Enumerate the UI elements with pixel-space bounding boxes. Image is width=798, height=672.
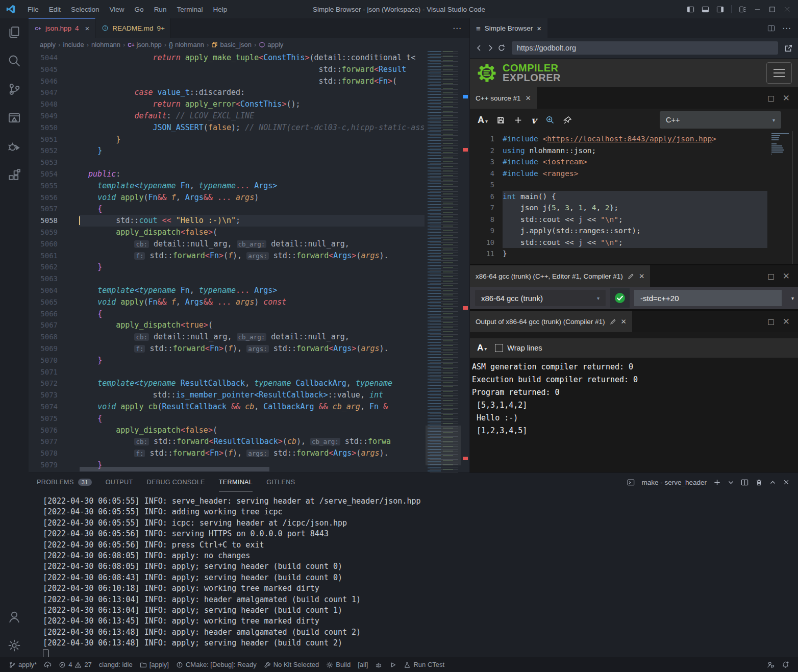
compiler-options-input[interactable]: -std=c++20	[634, 290, 782, 306]
menu-go[interactable]: Go	[130, 6, 149, 13]
toggle-panel-icon[interactable]	[702, 6, 709, 13]
status-item-left-5[interactable]: CMake: [Debug]: Ready	[172, 657, 260, 672]
menu-edit[interactable]: Edit	[44, 6, 66, 13]
status-item-left-4[interactable]: [apply]	[136, 657, 172, 672]
status-item-left-6[interactable]: No Kit Selected	[260, 657, 323, 672]
breadcrumb-item-apply[interactable]: apply	[40, 41, 56, 48]
breadcrumb-item-include[interactable]: include	[63, 41, 84, 48]
close-pane-icon[interactable]: ✕	[783, 93, 790, 104]
close-button[interactable]	[783, 6, 791, 13]
tab-cpp-source[interactable]: C++ source #1 ✕	[470, 87, 537, 109]
open-external-icon[interactable]	[784, 44, 793, 53]
minimize-button[interactable]	[754, 6, 761, 13]
pin-icon[interactable]	[563, 116, 572, 125]
panel-tab-terminal[interactable]: TERMINAL	[219, 473, 253, 491]
forward-icon[interactable]	[486, 44, 494, 52]
minimap[interactable]	[426, 51, 461, 472]
activity-accounts-icon[interactable]	[8, 610, 21, 624]
language-select[interactable]: C++▾	[660, 111, 781, 129]
tab-simple-browser[interactable]: ≡ Simple Browser ×	[470, 18, 547, 38]
minimap-slider[interactable]	[426, 426, 461, 465]
panel-tab-output[interactable]: OUTPUT	[106, 473, 133, 491]
maximize-pane-icon[interactable]: ◻	[767, 316, 775, 327]
terminal-name[interactable]: make - serve_header	[641, 479, 707, 486]
compiler-explorer-logo-icon[interactable]	[476, 62, 497, 84]
maximize-button[interactable]	[768, 6, 776, 13]
menu-selection[interactable]: Selection	[66, 6, 105, 13]
status-item-left-7[interactable]: Build	[322, 657, 354, 672]
font-size-button[interactable]: A▾	[478, 115, 488, 126]
menu-run[interactable]: Run	[149, 6, 172, 13]
tab-output[interactable]: Output of x86-64 gcc (trunk) (Compiler #…	[470, 311, 632, 332]
terminal-dropdown-icon[interactable]	[728, 479, 734, 486]
split-editor-icon[interactable]	[767, 24, 775, 32]
panel-tab-debug-console[interactable]: DEBUG CONSOLE	[147, 473, 205, 491]
activity-run-debug-icon[interactable]	[8, 140, 21, 153]
activity-extensions-icon[interactable]	[8, 168, 21, 182]
activity-files-icon[interactable]	[8, 26, 21, 39]
breadcrumb[interactable]: apply›include›nlohmann›C+json.hpp›{}nloh…	[29, 38, 469, 51]
font-size-button[interactable]: A▾	[477, 343, 487, 353]
edit-title-icon[interactable]	[610, 318, 616, 325]
new-terminal-icon[interactable]	[713, 479, 721, 486]
close-panel-icon[interactable]	[783, 479, 790, 486]
godbolt-source-editor[interactable]: 1#include <https://localhost:8443/apply/…	[470, 131, 798, 264]
kill-terminal-icon[interactable]	[755, 479, 763, 486]
wrap-lines-checkbox[interactable]	[495, 344, 503, 352]
activity-source-control-icon[interactable]	[8, 83, 21, 96]
close-icon[interactable]: ×	[85, 24, 90, 33]
menu-file[interactable]: File	[22, 6, 44, 13]
zoom-search-icon[interactable]	[545, 115, 555, 125]
back-icon[interactable]	[475, 44, 483, 52]
maximize-pane-icon[interactable]: ◻	[767, 271, 775, 282]
status-item-right-0[interactable]	[763, 657, 778, 672]
status-item-left-10[interactable]	[386, 657, 400, 672]
editor-tab-README.md[interactable]: README.md9+	[95, 18, 171, 38]
add-pane-button[interactable]: ▾	[514, 116, 522, 125]
split-terminal-icon[interactable]	[741, 479, 749, 486]
activity-search-icon[interactable]	[8, 54, 21, 67]
close-pane-icon[interactable]: ✕	[783, 271, 790, 282]
close-icon[interactable]: ✕	[639, 272, 644, 280]
save-icon[interactable]	[496, 116, 505, 125]
status-item-left-11[interactable]: Run CTest	[400, 657, 448, 672]
editor-tab-json.hpp[interactable]: C+json.hpp4×	[29, 18, 95, 38]
breadcrumb-item-nlohmann[interactable]: {}nlohmann	[169, 41, 204, 48]
horizontal-scrollbar[interactable]	[80, 467, 269, 471]
menu-view[interactable]: View	[105, 6, 130, 13]
terminal-output[interactable]: [2022-04-30 06:05:55] INFO: serve_header…	[29, 491, 798, 657]
customize-layout-icon[interactable]	[739, 6, 746, 13]
breadcrumb-item-apply[interactable]: apply	[259, 41, 283, 48]
hamburger-menu-icon[interactable]	[766, 62, 792, 84]
more-actions-icon[interactable]: ⋯	[782, 23, 791, 34]
status-item-left-0[interactable]: apply*	[5, 657, 40, 672]
close-icon[interactable]: ×	[537, 24, 541, 33]
editor-actions-more-icon[interactable]: ⋯	[453, 18, 469, 38]
toggle-secondary-sidebar-icon[interactable]	[716, 6, 724, 13]
status-item-left-3[interactable]: clangd: idle	[95, 657, 136, 672]
breadcrumb-item-basic_json[interactable]: basic_json	[211, 41, 251, 48]
activity-cmake-icon[interactable]	[8, 111, 21, 125]
options-caret-icon[interactable]: ▾	[787, 295, 798, 301]
maximize-pane-icon[interactable]: ◻	[767, 93, 775, 104]
status-item-left-2[interactable]: 427	[55, 657, 95, 672]
maximize-panel-icon[interactable]	[769, 479, 776, 486]
vim-mode-icon[interactable]: v	[531, 115, 536, 126]
edit-title-icon[interactable]	[628, 273, 634, 280]
compiler-select[interactable]: x86-64 gcc (trunk)▾	[475, 290, 606, 306]
status-item-left-8[interactable]: [all]	[354, 657, 371, 672]
reload-icon[interactable]	[497, 44, 506, 52]
godbolt-scrollbar[interactable]	[792, 131, 793, 264]
tab-compiler[interactable]: x86-64 gcc (trunk) (C++, Editor #1, Comp…	[470, 265, 650, 287]
menu-help[interactable]: Help	[208, 6, 232, 13]
panel-tab-gitlens[interactable]: GITLENS	[266, 473, 295, 491]
program-output-console[interactable]: ASM generation compiler returned: 0 Exec…	[470, 358, 798, 472]
compile-status-ok-icon[interactable]	[610, 288, 630, 308]
close-pane-icon[interactable]: ✕	[783, 316, 790, 327]
toggle-sidebar-icon[interactable]	[687, 6, 694, 13]
url-input[interactable]: https://godbolt.org	[512, 41, 778, 55]
menu-terminal[interactable]: Terminal	[171, 6, 208, 13]
breadcrumb-item-json.hpp[interactable]: C+json.hpp	[128, 41, 161, 48]
breadcrumb-item-nlohmann[interactable]: nlohmann	[91, 41, 120, 48]
status-item-right-1[interactable]	[778, 657, 793, 672]
